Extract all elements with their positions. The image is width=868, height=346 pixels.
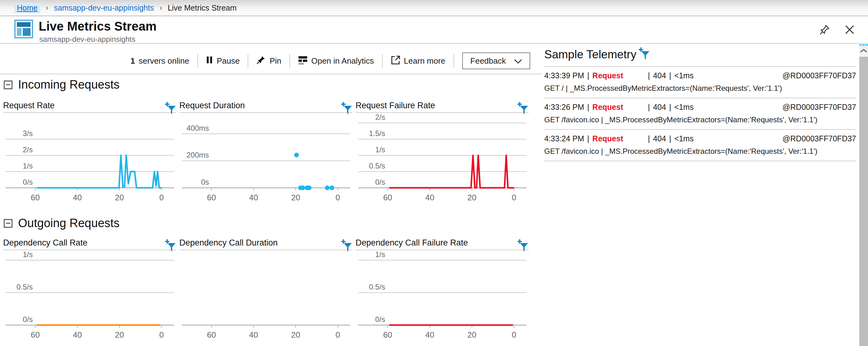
svg-text:20: 20: [115, 330, 124, 338]
svg-text:0: 0: [336, 330, 340, 338]
svg-text:3/s: 3/s: [23, 129, 33, 137]
learn-more-button[interactable]: Learn more: [391, 55, 445, 67]
telemetry-type: Request: [592, 134, 645, 143]
page-title: Live Metrics Stream: [39, 19, 157, 33]
pause-icon: [206, 56, 213, 66]
svg-text:60: 60: [207, 330, 216, 338]
svg-text:40: 40: [249, 330, 258, 338]
live-metrics-app-icon: [14, 20, 33, 38]
telemetry-detail: GET /favicon.ico | _MS.ProcessedByMetric…: [544, 147, 856, 156]
add-filter-icon[interactable]: [164, 101, 176, 115]
vertical-scrollbar: [859, 44, 868, 346]
svg-text:40: 40: [249, 193, 258, 201]
toolbar-divider: [197, 54, 198, 68]
add-filter-icon[interactable]: [164, 239, 176, 252]
add-filter-icon[interactable]: [341, 239, 352, 252]
svg-text:0/s: 0/s: [375, 178, 385, 186]
separator: |: [669, 103, 672, 112]
telemetry-type: Request: [592, 71, 645, 80]
svg-text:0.5/s: 0.5/s: [369, 283, 385, 291]
chart-plot-area: 0/s0.5/s1/s1.5/s2/s6040200: [355, 113, 529, 202]
breadcrumb-current-page: Live Metrics Stream: [168, 3, 237, 12]
toolbar: 1 servers online Pause Pin Open in Analy…: [0, 49, 541, 72]
svg-text:0/s: 0/s: [23, 315, 33, 323]
toolbar-divider: [289, 54, 290, 68]
telemetry-entry[interactable]: 4:33:26 PM | Request | 404 | <1ms @RD000…: [544, 98, 856, 130]
separator: |: [648, 134, 650, 143]
separator: |: [648, 103, 650, 112]
external-link-icon: [391, 55, 400, 67]
pin-button[interactable]: Pin: [256, 55, 281, 67]
learn-more-label: Learn more: [404, 56, 445, 66]
scroll-up-icon[interactable]: [859, 45, 868, 56]
incoming-requests-title: Incoming Requests: [18, 78, 120, 91]
add-filter-icon[interactable]: [638, 47, 649, 60]
telemetry-type: Request: [592, 103, 645, 112]
live-metrics-screen: Home › samsapp-dev-eu-appinsights › Live…: [0, 0, 868, 346]
request-duration-chart: Request Duration 0s200ms400ms6040200: [179, 99, 352, 202]
svg-text:0: 0: [159, 330, 164, 338]
svg-text:0/s: 0/s: [23, 178, 33, 186]
pin-outline-icon[interactable]: [819, 24, 830, 35]
outgoing-requests-title: Outgoing Requests: [18, 217, 120, 230]
dependency-call-failure-rate-chart: Dependency Call Failure Rate 0/s0.5/s1/s…: [355, 236, 529, 340]
open-in-analytics-button[interactable]: Open in Analytics: [298, 55, 374, 67]
dependency-call-rate-chart: Dependency Call Rate 0/s0.5/s1/s6040200: [3, 236, 176, 340]
svg-text:20: 20: [115, 193, 124, 201]
svg-text:20: 20: [291, 193, 300, 201]
servers-online-status: 1 servers online: [130, 56, 189, 66]
breadcrumb-resource-link[interactable]: samsapp-dev-eu-appinsights: [54, 3, 154, 12]
separator: |: [587, 71, 589, 80]
svg-text:20: 20: [291, 330, 300, 338]
telemetry-host: @RD0003FF70FD37: [782, 103, 856, 112]
pin-icon: [256, 55, 266, 67]
scrollbar-thumb[interactable]: [859, 57, 868, 346]
telemetry-host: @RD0003FF70FD37: [782, 71, 856, 80]
chart-title: Dependency Call Failure Rate: [355, 238, 468, 248]
chart-plot-area: 0/s0.5/s1/s6040200: [355, 250, 529, 340]
svg-text:40: 40: [73, 193, 82, 201]
pause-label: Pause: [217, 56, 240, 66]
chart-plot-area: 0/s1/s2/s3/s6040200: [3, 113, 176, 202]
add-filter-icon[interactable]: [517, 239, 528, 252]
svg-text:20: 20: [468, 330, 476, 338]
telemetry-status: 404: [653, 103, 666, 112]
telemetry-detail: GET /favicon.ico | _MS.ProcessedByMetric…: [544, 116, 856, 124]
telemetry-entry[interactable]: 4:33:39 PM | Request | 404 | <1ms @RD000…: [544, 67, 856, 98]
request-rate-chart: Request Rate 0/s1/s2/s3/s6040200: [3, 99, 176, 202]
pause-button[interactable]: Pause: [206, 56, 240, 66]
collapse-minus-icon[interactable]: [4, 81, 12, 89]
servers-label: servers online: [139, 56, 189, 66]
incoming-charts-row: Request Rate 0/s1/s2/s3/s6040200 Request…: [3, 99, 529, 202]
svg-text:2/s: 2/s: [375, 113, 385, 121]
telemetry-time: 4:33:39 PM: [544, 71, 584, 80]
svg-text:0.5/s: 0.5/s: [17, 283, 33, 291]
separator: |: [669, 71, 672, 80]
feedback-dropdown-button[interactable]: Feedback: [462, 53, 530, 69]
chevron-down-icon: [514, 56, 522, 66]
svg-text:400ms: 400ms: [187, 124, 209, 132]
sample-telemetry-title: Sample Telemetry: [544, 48, 636, 61]
breadcrumb-home-link[interactable]: Home: [14, 3, 40, 13]
svg-text:2/s: 2/s: [23, 146, 33, 154]
svg-text:1.5/s: 1.5/s: [369, 129, 385, 137]
svg-text:40: 40: [426, 330, 434, 338]
incoming-requests-header: Incoming Requests: [4, 78, 120, 91]
add-filter-icon[interactable]: [341, 101, 352, 115]
add-filter-icon[interactable]: [517, 101, 528, 115]
collapse-minus-icon[interactable]: [4, 219, 12, 228]
svg-text:60: 60: [383, 193, 392, 201]
svg-text:0.5/s: 0.5/s: [369, 162, 385, 170]
telemetry-entry[interactable]: 4:33:24 PM | Request | 404 | <1ms @RD000…: [544, 130, 856, 161]
chart-title: Request Duration: [179, 101, 245, 111]
telemetry-detail: GET / | _MS.ProcessedByMetricExtractors=…: [544, 84, 856, 93]
svg-text:60: 60: [383, 330, 392, 338]
svg-text:1/s: 1/s: [23, 250, 33, 259]
separator: |: [587, 134, 589, 143]
chart-title: Request Rate: [3, 101, 55, 111]
servers-count: 1: [130, 56, 135, 66]
toolbar-divider: [382, 54, 383, 68]
close-icon[interactable]: [844, 24, 855, 35]
chart-title: Request Failure Rate: [355, 101, 435, 111]
svg-text:60: 60: [31, 330, 40, 338]
